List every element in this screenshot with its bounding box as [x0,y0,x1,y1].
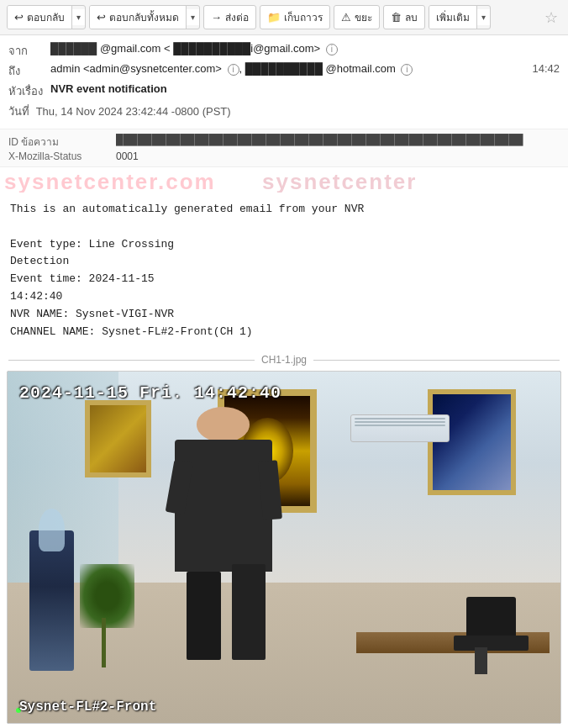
reply-all-button[interactable]: ↩ ตอบกลับทั้งหมด [90,6,187,29]
to-value: admin <admin@sysnetcenter.com> i, ██████… [50,62,532,76]
reply-all-group: ↩ ตอบกลับทั้งหมด ▾ [89,5,200,29]
ac-unit [350,414,450,442]
person-arm-left [166,460,194,515]
archive-button[interactable]: 📁 เก็บถาวร [260,5,330,29]
body-line4: Detection [10,255,69,267]
date-label: วันที่ [8,105,29,118]
to-cc-info-icon[interactable]: i [401,64,413,76]
id-value: ████████████████████████████████████████… [116,134,523,150]
to-address: admin <admin@sysnetcenter.com> [50,62,222,75]
from-full: ██████████i@gmail.com> [173,42,320,55]
email-time: 14:42 [532,62,560,75]
to-label: ถึง [8,62,50,80]
spam-icon: ⚠ [341,11,351,24]
water-dispenser [29,530,74,671]
to-cc-domain: @hotmail.com [326,62,396,75]
from-label: จาก [8,42,50,60]
xmozilla-value: 0001 [116,150,139,162]
subject-label: หัวเรื่อง [8,82,50,100]
osd-timestamp: 2024-11-15 Fri. 14:42:40 [19,383,281,403]
ac-slats [351,415,449,441]
star-icon: ☆ [544,9,558,26]
xmozilla-label: X-Mozilla-Status [8,150,109,162]
subject-value: NVR event notification [50,82,560,95]
reply-all-dropdown[interactable]: ▾ [187,9,199,25]
id-row: ID ข้อความ █████████████████████████████… [8,134,560,150]
body-line1: This is an automatically generated email… [10,203,364,215]
star-button[interactable]: ☆ [541,7,561,29]
email-headers: ID ข้อความ █████████████████████████████… [0,129,568,167]
body-line5: Event time: 2024-11-15 [10,272,155,285]
spam-button[interactable]: ⚠ ขยะ [334,5,380,29]
reply-all-icon: ↩ [97,11,106,24]
to-row: ถึง admin <admin@sysnetcenter.com> i, ██… [8,62,560,80]
id-label: ID ข้อความ [8,134,109,150]
reply-icon: ↩ [14,11,24,24]
body-line8: CHANNEL NAME: Sysnet-FL#2-Front(CH 1) [10,325,253,338]
person-body [175,440,272,571]
reply-label: ตอบกลับ [27,9,65,25]
archive-label: เก็บถาวร [284,9,323,25]
attachment-separator: CH1-1.jpg [8,354,560,366]
ac-slat [355,425,445,426]
chair-back [466,597,516,640]
watermark-text2: sysnetcenter [262,169,417,193]
subject-row: หัวเรื่อง NVR event notification [8,82,560,100]
date-row: วันที่ Thu, 14 Nov 2024 23:42:44 -0800 (… [8,103,560,120]
body-line6: 14:42:40 [10,290,62,303]
more-dropdown[interactable]: ▾ [477,9,490,25]
person-head [197,407,250,442]
more-button[interactable]: เพิ่มเติม [429,6,477,29]
more-group: เพิ่มเติม ▾ [429,5,491,29]
plant-leaves [80,564,135,628]
watermark: sysnetcenter.com sysnetcenter [0,167,568,193]
plant [80,568,135,667]
email-meta: จาก ██████ @gmail.com < ██████████i@gmai… [0,35,568,129]
painting-left [85,400,151,477]
forward-label: ส่งต่อ [225,9,249,25]
delete-icon: 🗑 [391,11,402,24]
person-leg-left [187,572,221,660]
cctv-scene: 2024-11-15 Fri. 14:42:40 Sysnet-FL#2-Fro… [8,372,560,723]
watermark-text: sysnetcenter.com sysnetcenter [0,169,568,193]
chair [450,597,533,674]
camera-timestamp: 2024-11-15 Fri. 14:42:40 [19,383,281,403]
chair-seat [454,636,529,651]
spam-label: ขยะ [355,9,372,25]
more-label: เพิ่มเติม [436,9,470,25]
body-line3: Event type: Line Crossing [10,238,174,251]
delete-label: ลบ [405,9,418,25]
person-arm-right [258,460,282,520]
person-figure [162,407,284,660]
to-cc: ██████████ [245,62,323,75]
from-address: ██████ [50,42,97,55]
forward-icon: → [211,11,222,24]
reply-group: ↩ ตอบกลับ ▾ [7,5,86,29]
camera-channel: Sysnet-FL#2-Front [19,699,156,715]
email-body: This is an automatically generated email… [0,193,568,349]
ac-slat [355,418,445,419]
attachment-filename: CH1-1.jpg [261,354,307,366]
from-row: จาก ██████ @gmail.com < ██████████i@gmai… [8,42,560,60]
reply-dropdown[interactable]: ▾ [72,9,85,25]
from-value: ██████ @gmail.com < ██████████i@gmail.co… [50,42,560,55]
reply-all-label: ตอบกลับทั้งหมด [109,9,179,25]
archive-icon: 📁 [267,11,281,24]
osd-channel-label: Sysnet-FL#2-Front [19,699,156,715]
person-leg-right [232,564,266,660]
body-line7: NVR NAME: Sysnet-VIGI-NVR [10,308,174,320]
from-info-icon[interactable]: i [326,44,338,55]
ac-slat [355,421,445,423]
plant-stem [102,618,106,667]
forward-button[interactable]: → ส่งต่อ [203,5,256,29]
delete-button[interactable]: 🗑 ลบ [383,5,425,29]
date-value: Thu, 14 Nov 2024 23:42:44 -0800 (PST) [36,105,231,118]
email-toolbar: ↩ ตอบกลับ ▾ ↩ ตอบกลับทั้งหมด ▾ → ส่งต่อ … [0,0,568,35]
camera-image: 2024-11-15 Fri. 14:42:40 Sysnet-FL#2-Fro… [7,371,561,724]
chair-leg [475,647,487,674]
xmozilla-row: X-Mozilla-Status 0001 [8,150,560,162]
from-at: @gmail.com < [100,42,171,55]
reply-button[interactable]: ↩ ตอบกลับ [8,6,72,29]
water-bottle [39,509,66,551]
to-info-icon[interactable]: i [228,64,239,76]
